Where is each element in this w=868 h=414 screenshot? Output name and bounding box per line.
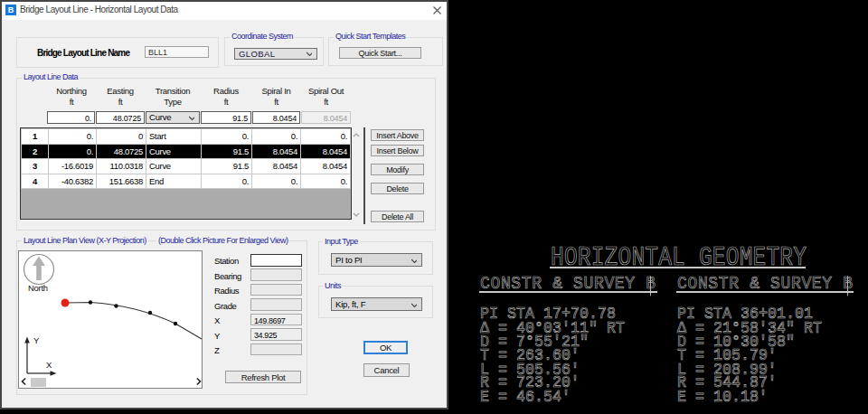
svg-text:North: North: [28, 283, 48, 293]
svg-text:Y: Y: [33, 335, 40, 345]
svg-text:X: X: [46, 360, 52, 370]
